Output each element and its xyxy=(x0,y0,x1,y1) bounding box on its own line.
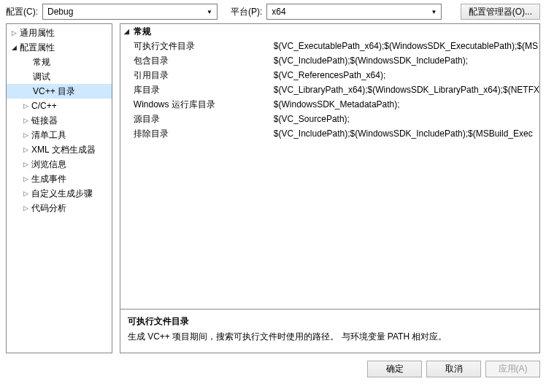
prop-row[interactable]: Windows 运行库目录 $(WindowsSDK_MetadataPath)… xyxy=(120,97,539,112)
tree-item-label: 生成事件 xyxy=(31,173,66,185)
tree-linker[interactable]: ▷ 链接器 xyxy=(7,113,112,128)
expand-icon: ▷ xyxy=(21,131,30,139)
tree-item-label: 配置属性 xyxy=(20,42,55,54)
tree-code-analysis[interactable]: ▷ 代码分析 xyxy=(7,201,112,215)
prop-value[interactable]: $(VC_IncludePath);$(WindowsSDK_IncludePa… xyxy=(272,128,539,139)
platform-label: 平台(P): xyxy=(231,6,262,18)
tree-ccpp[interactable]: ▷ C/C++ xyxy=(7,99,112,113)
collapse-icon: ◢ xyxy=(9,43,18,52)
prop-value[interactable]: $(VC_ExecutablePath_x64);$(WindowsSDK_Ex… xyxy=(272,41,539,51)
tree-item-label: 代码分析 xyxy=(31,202,66,215)
prop-label: 可执行文件目录 xyxy=(120,40,272,53)
prop-row[interactable]: 引用目录 $(VC_ReferencesPath_x64); xyxy=(120,68,539,82)
tree-vcpp-dirs[interactable]: VC++ 目录 xyxy=(7,84,112,99)
tree-item-label: C/C++ xyxy=(31,101,57,111)
tree-browse-info[interactable]: ▷ 浏览信息 xyxy=(7,157,112,172)
description-text: 生成 VC++ 项目期间，搜索可执行文件时使用的路径。 与环境变量 PATH 相… xyxy=(128,331,532,343)
tree-custom-build-step[interactable]: ▷ 自定义生成步骤 xyxy=(7,186,112,201)
apply-button[interactable]: 应用(A) xyxy=(485,361,540,377)
property-grid[interactable]: ◢ 常规 可执行文件目录 $(VC_ExecutablePath_x64);$(… xyxy=(120,23,540,310)
expand-icon: ▷ xyxy=(21,101,30,110)
config-combo-value: Debug xyxy=(47,7,73,17)
prop-label: 库目录 xyxy=(120,84,272,96)
description-panel: 可执行文件目录 生成 VC++ 项目期间，搜索可执行文件时使用的路径。 与环境变… xyxy=(120,310,540,353)
tree-config-properties[interactable]: ◢ 配置属性 xyxy=(7,40,112,55)
collapse-icon: ◢ xyxy=(122,27,132,36)
expand-icon: ▷ xyxy=(21,189,30,198)
prop-category-label: 常规 xyxy=(134,26,151,38)
property-tree[interactable]: ▷ 通用属性 ◢ 配置属性 常规 调试 VC++ 目录 ▷ C/C++ ▷ 链接… xyxy=(6,23,112,353)
ok-button[interactable]: 确定 xyxy=(367,361,422,377)
expand-icon: ▷ xyxy=(21,174,30,183)
platform-combo-value: x64 xyxy=(272,7,285,17)
description-title: 可执行文件目录 xyxy=(128,315,532,328)
prop-value[interactable]: $(VC_SourcePath); xyxy=(272,114,539,124)
config-combo[interactable]: Debug ▼ xyxy=(42,4,218,20)
chevron-down-icon: ▼ xyxy=(428,5,439,18)
prop-label: 引用目录 xyxy=(120,69,272,82)
config-manager-button[interactable]: 配置管理器(O)... xyxy=(461,4,540,20)
tree-item-label: 清单工具 xyxy=(31,129,66,142)
tree-build-events[interactable]: ▷ 生成事件 xyxy=(7,172,112,186)
platform-combo[interactable]: x64 ▼ xyxy=(266,4,442,20)
expand-icon: ▷ xyxy=(21,160,30,169)
prop-category[interactable]: ◢ 常规 xyxy=(120,24,539,39)
tree-item-label: 通用属性 xyxy=(20,27,55,39)
tree-general[interactable]: 常规 xyxy=(7,55,112,69)
tree-item-label: 链接器 xyxy=(31,115,58,127)
prop-row[interactable]: 库目录 $(VC_LibraryPath_x64);$(WindowsSDK_L… xyxy=(120,82,539,97)
tree-item-label: 自定义生成步骤 xyxy=(31,188,93,200)
prop-label: Windows 运行库目录 xyxy=(120,99,272,111)
prop-value[interactable]: $(VC_ReferencesPath_x64); xyxy=(272,70,539,80)
prop-row[interactable]: 可执行文件目录 $(VC_ExecutablePath_x64);$(Windo… xyxy=(120,39,539,53)
config-label: 配置(C): xyxy=(6,6,38,18)
prop-row[interactable]: 包含目录 $(VC_IncludePath);$(WindowsSDK_Incl… xyxy=(120,53,539,68)
tree-item-label: 浏览信息 xyxy=(31,158,66,171)
expand-icon: ▷ xyxy=(21,116,30,125)
expand-icon: ▷ xyxy=(9,28,18,37)
prop-value[interactable]: $(VC_IncludePath);$(WindowsSDK_IncludePa… xyxy=(272,55,539,66)
expand-icon: ▷ xyxy=(21,145,30,154)
prop-row[interactable]: 排除目录 $(VC_IncludePath);$(WindowsSDK_Incl… xyxy=(120,126,539,141)
cancel-button[interactable]: 取消 xyxy=(426,361,481,377)
prop-row[interactable]: 源目录 $(VC_SourcePath); xyxy=(120,112,539,126)
tree-item-label: XML 文档生成器 xyxy=(31,144,96,156)
chevron-down-icon: ▼ xyxy=(204,5,215,18)
tree-manifest-tool[interactable]: ▷ 清单工具 xyxy=(7,128,112,142)
prop-label: 包含目录 xyxy=(120,55,272,67)
tree-xml-doc-gen[interactable]: ▷ XML 文档生成器 xyxy=(7,142,112,157)
expand-icon: ▷ xyxy=(21,204,30,212)
prop-value[interactable]: $(VC_LibraryPath_x64);$(WindowsSDK_Libra… xyxy=(272,85,539,95)
tree-item-label: VC++ 目录 xyxy=(33,85,75,98)
tree-item-label: 常规 xyxy=(33,56,50,69)
tree-debug[interactable]: 调试 xyxy=(7,69,112,84)
tree-item-label: 调试 xyxy=(33,71,50,83)
prop-label: 排除目录 xyxy=(120,128,272,140)
prop-label: 源目录 xyxy=(120,113,272,126)
prop-value[interactable]: $(WindowsSDK_MetadataPath); xyxy=(272,99,539,109)
tree-common-properties[interactable]: ▷ 通用属性 xyxy=(7,26,112,40)
